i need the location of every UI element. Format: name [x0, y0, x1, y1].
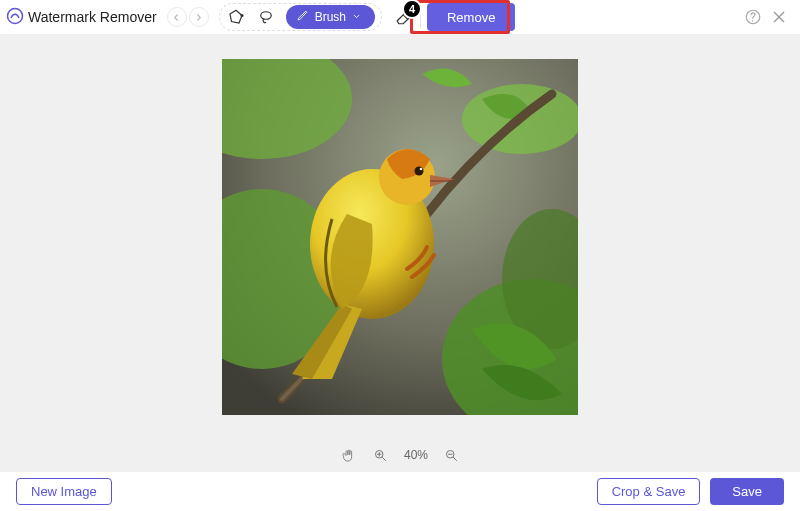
svg-point-4 [752, 20, 754, 22]
selection-tools-group: Brush [219, 3, 382, 31]
svg-point-1 [240, 14, 243, 17]
crop-and-save-button[interactable]: Crop & Save [597, 478, 701, 505]
brush-label: Brush [315, 10, 346, 24]
chevron-down-icon [352, 10, 361, 24]
lasso-select-tool[interactable] [256, 7, 276, 27]
eraser-tool[interactable] [394, 7, 414, 27]
brush-icon [296, 9, 309, 25]
new-image-button[interactable]: New Image [16, 478, 112, 505]
close-button[interactable] [768, 6, 790, 28]
pan-hand-tool[interactable] [340, 446, 358, 464]
canvas-area [0, 34, 800, 439]
redo-button[interactable] [189, 7, 209, 27]
eraser-slot: Remove [394, 3, 515, 31]
zoom-out-button[interactable] [442, 446, 460, 464]
bottom-toolbar: New Image Crop & Save Save [0, 471, 800, 511]
undo-redo-group [167, 7, 209, 27]
save-button[interactable]: Save [710, 478, 784, 505]
app-logo-group: Watermark Remover [6, 7, 157, 28]
zoom-controls: 40% [0, 439, 800, 471]
app-title: Watermark Remover [28, 9, 157, 25]
app-logo-icon [6, 7, 24, 28]
svg-point-14 [420, 167, 423, 170]
undo-button[interactable] [167, 7, 187, 27]
svg-point-13 [415, 166, 424, 175]
remove-button[interactable]: Remove [427, 3, 515, 31]
zoom-in-button[interactable] [372, 446, 390, 464]
help-button[interactable] [742, 6, 764, 28]
brush-tool-button[interactable]: Brush [286, 5, 375, 29]
top-toolbar: Watermark Remover Brush [0, 0, 800, 34]
svg-point-2 [260, 12, 271, 20]
zoom-level-label: 40% [404, 448, 428, 462]
svg-point-0 [8, 8, 23, 23]
loaded-image[interactable] [222, 59, 578, 415]
divider [420, 6, 421, 28]
polygon-select-tool[interactable] [226, 7, 246, 27]
